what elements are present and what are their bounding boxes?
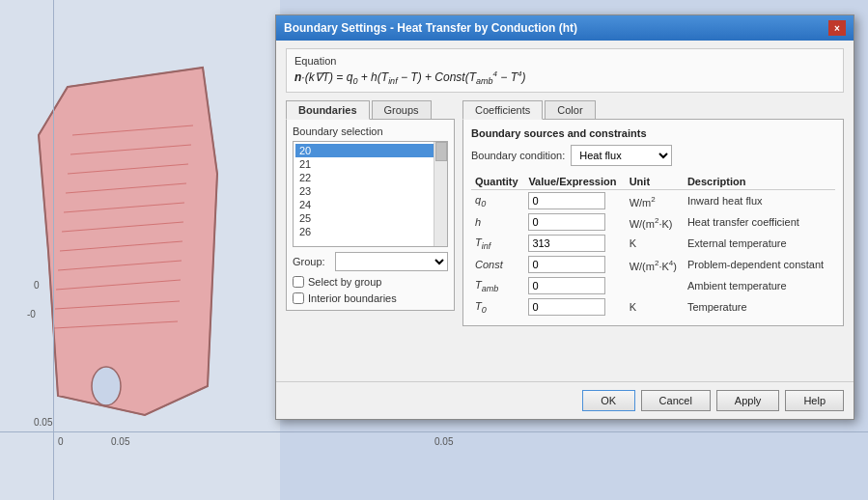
input-q0[interactable] xyxy=(528,192,605,209)
help-button[interactable]: Help xyxy=(785,390,844,411)
col-header-quantity: Quantity xyxy=(471,174,524,190)
equation-text: n·(k∇T) = q0 + h(Tinf − T) + Const(Tamb4… xyxy=(294,69,835,86)
col-header-unit: Unit xyxy=(626,174,684,190)
group-label: Group: xyxy=(293,256,331,267)
bc-condition-row: Boundary condition: Heat flux Temperatur… xyxy=(471,145,835,166)
input-const[interactable] xyxy=(528,256,605,273)
input-t0[interactable] xyxy=(528,298,605,316)
value-const xyxy=(524,254,625,275)
list-item-21[interactable]: 21 xyxy=(295,157,445,171)
table-row: T0 K Temperature xyxy=(471,296,835,318)
title-bar: Boundary Settings - Heat Transfer by Con… xyxy=(276,15,854,41)
desc-tinf: External temperature xyxy=(684,233,835,254)
dialog-title: Boundary Settings - Heat Transfer by Con… xyxy=(284,21,577,35)
unit-tamb xyxy=(626,275,684,296)
left-tab-bar: Boundaries Groups xyxy=(286,100,455,120)
input-tinf[interactable] xyxy=(528,235,605,252)
desc-t0: Temperature xyxy=(684,296,835,318)
coefficients-table: Quantity Value/Expression Unit Descripti… xyxy=(471,174,835,318)
col-header-value: Value/Expression xyxy=(524,174,625,190)
dialog-buttons: OK Cancel Apply Help xyxy=(276,381,854,419)
desc-const: Problem-dependent constant xyxy=(684,254,835,275)
group-select[interactable] xyxy=(335,252,448,271)
canvas-axis-label: 0.05 xyxy=(434,436,453,447)
boundary-list[interactable]: 20 21 22 23 24 25 26 xyxy=(293,141,448,247)
quantity-h: h xyxy=(471,211,524,233)
unit-t0: K xyxy=(626,296,684,318)
right-panel-content: Boundary sources and constraints Boundar… xyxy=(462,120,844,326)
quantity-const: Const xyxy=(471,254,524,275)
cad-shape xyxy=(29,58,241,425)
cancel-button[interactable]: Cancel xyxy=(641,390,711,411)
left-panel: Boundaries Groups Boundary selection 20 … xyxy=(286,100,455,326)
cad-area: 0.05 0 0.05 0 -0 xyxy=(0,0,280,500)
left-panel-content: Boundary selection 20 21 22 23 24 25 26 xyxy=(286,120,455,311)
tab-coefficients[interactable]: Coefficients xyxy=(462,100,543,120)
value-t0 xyxy=(524,296,625,318)
tab-boundaries[interactable]: Boundaries xyxy=(286,100,370,120)
desc-tamb: Ambient temperature xyxy=(684,275,835,296)
boundary-selection-label: Boundary selection xyxy=(293,125,448,137)
interior-boundaries-checkbox[interactable] xyxy=(293,292,304,304)
group-row: Group: xyxy=(293,252,448,271)
quantity-t0: T0 xyxy=(471,296,524,318)
ok-button[interactable]: OK xyxy=(582,390,635,411)
svg-marker-0 xyxy=(39,68,217,415)
input-tamb[interactable] xyxy=(528,277,605,294)
grid-line-h xyxy=(0,431,280,432)
bc-section-header: Boundary sources and constraints xyxy=(471,127,835,139)
bc-condition-select[interactable]: Heat flux Temperature Insulation Convect… xyxy=(571,145,672,166)
close-button[interactable]: × xyxy=(828,20,846,36)
table-row: Const W/(m2·K4) Problem-dependent consta… xyxy=(471,254,835,275)
equation-label: Equation xyxy=(294,55,835,67)
unit-q0: W/m2 xyxy=(626,190,684,212)
value-tinf xyxy=(524,233,625,254)
table-row: Tinf K External temperature xyxy=(471,233,835,254)
quantity-tinf: Tinf xyxy=(471,233,524,254)
bc-condition-label: Boundary condition: xyxy=(471,150,565,161)
select-by-group-checkbox[interactable] xyxy=(293,276,304,288)
list-item-20[interactable]: 20 xyxy=(295,144,445,157)
right-panel: Coefficients Color Boundary sources and … xyxy=(462,100,844,326)
table-row: h W/(m2·K) Heat transfer coefficient xyxy=(471,211,835,233)
list-item-23[interactable]: 23 xyxy=(295,184,445,198)
svg-point-13 xyxy=(92,367,121,405)
select-by-group-label: Select by group xyxy=(308,276,381,288)
equation-section: Equation n·(k∇T) = q0 + h(Tinf − T) + Co… xyxy=(286,48,844,93)
tab-color[interactable]: Color xyxy=(545,100,595,119)
list-item-24[interactable]: 24 xyxy=(295,198,445,211)
unit-tinf: K xyxy=(626,233,684,254)
axis-label-x2: 0 xyxy=(58,436,64,447)
boundary-settings-dialog: Boundary Settings - Heat Transfer by Con… xyxy=(275,14,854,420)
axis-label-x1: 0.05 xyxy=(111,436,129,447)
desc-h: Heat transfer coefficient xyxy=(684,211,835,233)
interior-boundaries-row: Interior boundaries xyxy=(293,292,448,304)
value-tamb xyxy=(524,275,625,296)
apply-button[interactable]: Apply xyxy=(716,390,780,411)
value-q0 xyxy=(524,190,625,212)
list-item-25[interactable]: 25 xyxy=(295,211,445,225)
col-header-description: Description xyxy=(684,174,835,190)
unit-const: W/(m2·K4) xyxy=(626,254,684,275)
list-item-22[interactable]: 22 xyxy=(295,171,445,184)
list-item-26[interactable]: 26 xyxy=(295,225,445,238)
table-row: Tamb Ambient temperature xyxy=(471,275,835,296)
value-h xyxy=(524,211,625,233)
panels-area: Boundaries Groups Boundary selection 20 … xyxy=(286,100,844,326)
desc-q0: Inward heat flux xyxy=(684,190,835,212)
right-tab-bar: Coefficients Color xyxy=(462,100,844,120)
quantity-q0: q0 xyxy=(471,190,524,212)
table-row: q0 W/m2 Inward heat flux xyxy=(471,190,835,212)
select-by-group-row: Select by group xyxy=(293,276,448,288)
quantity-tamb: Tamb xyxy=(471,275,524,296)
unit-h: W/(m2·K) xyxy=(626,211,684,233)
list-scrollbar[interactable] xyxy=(434,142,447,246)
tab-groups[interactable]: Groups xyxy=(372,100,432,119)
input-h[interactable] xyxy=(528,213,605,231)
boundary-list-inner: 20 21 22 23 24 25 26 xyxy=(294,142,447,240)
grid-line-v xyxy=(53,0,54,500)
interior-boundaries-label: Interior boundaries xyxy=(308,292,397,304)
